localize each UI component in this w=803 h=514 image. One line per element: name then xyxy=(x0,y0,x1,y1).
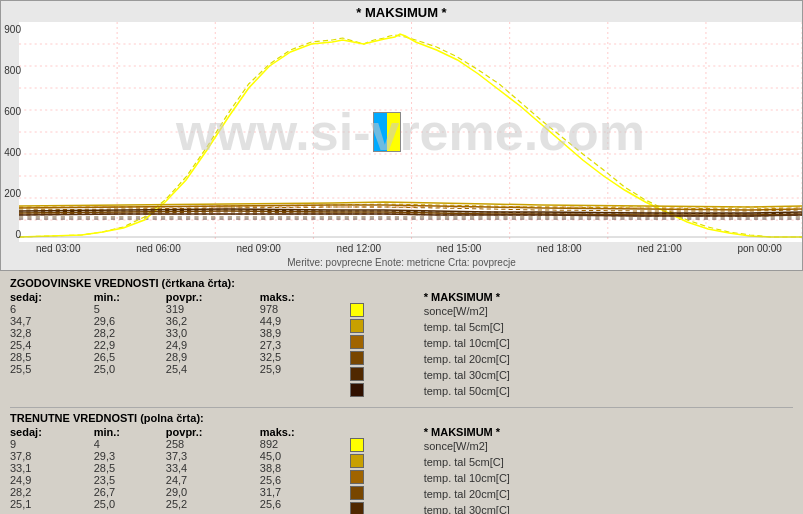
legend-row: temp. tal 10cm[C] xyxy=(350,470,793,486)
chart-wrapper: * MAKSIMUM * 900 800 600 400 200 0 www.s… xyxy=(0,0,803,271)
historic-table-container: sedaj: min.: povpr.: maks.: 6 5 319 978 … xyxy=(10,291,793,403)
table-row: 9 4 258 892 xyxy=(10,438,350,450)
table-row: 33,1 28,5 33,4 38,8 xyxy=(10,462,350,474)
table-row: 24,9 23,5 24,7 25,6 xyxy=(10,474,350,486)
legend-color-box xyxy=(350,367,364,381)
legend-row: temp. tal 30cm[C] xyxy=(350,502,793,514)
section-divider xyxy=(10,407,793,408)
legend-color-box xyxy=(350,502,364,514)
table-row: 32,8 28,2 33,0 38,9 xyxy=(10,327,350,339)
legend-color-box xyxy=(350,454,364,468)
current-table-container: sedaj: min.: povpr.: maks.: 9 4 258 892 … xyxy=(10,426,793,514)
x-axis: ned 03:00 ned 06:00 ned 09:00 ned 12:00 … xyxy=(1,242,802,255)
historic-section: ZGODOVINSKE VREDNOSTI (črtkana črta): se… xyxy=(10,277,793,403)
chart-title: * MAKSIMUM * xyxy=(1,1,802,22)
main-container: * MAKSIMUM * 900 800 600 400 200 0 www.s… xyxy=(0,0,803,514)
historic-right: * MAKSIMUM * sonce[W/m2] temp. tal 5cm[C… xyxy=(350,291,793,403)
table-row: 28,5 26,5 28,9 32,5 xyxy=(10,351,350,363)
historic-data-table: sedaj: min.: povpr.: maks.: 6 5 319 978 … xyxy=(10,291,350,375)
current-title: TRENUTNE VREDNOSTI (polna črta): xyxy=(10,412,793,424)
table-row: 25,5 25,0 25,4 25,9 xyxy=(10,363,350,375)
table-row: 6 5 319 978 xyxy=(10,303,350,315)
legend-color-box xyxy=(350,319,364,333)
y-axis: 900 800 600 400 200 0 xyxy=(3,22,21,242)
chart-sub-info: Meritve: povprecne Enote: metricne Crta:… xyxy=(1,255,802,270)
legend-color-box xyxy=(350,351,364,365)
chart-area: www.si-vreme.com xyxy=(19,22,802,242)
time-marker xyxy=(373,112,401,152)
table-row: 37,8 29,3 37,3 45,0 xyxy=(10,450,350,462)
legend-row: temp. tal 20cm[C] xyxy=(350,486,793,502)
legend-color-box xyxy=(350,470,364,484)
historic-legend-table: * MAKSIMUM * sonce[W/m2] temp. tal 5cm[C… xyxy=(350,291,793,399)
legend-color-box xyxy=(350,438,364,452)
historic-left: sedaj: min.: povpr.: maks.: 6 5 319 978 … xyxy=(10,291,350,403)
legend-row: temp. tal 10cm[C] xyxy=(350,335,793,351)
legend-color-box xyxy=(350,303,364,317)
legend-color-box xyxy=(350,486,364,500)
current-right: * MAKSIMUM * sonce[W/m2] temp. tal 5cm[C… xyxy=(350,426,793,514)
table-row: 25,1 25,0 25,2 25,6 xyxy=(10,498,350,510)
table-row: 34,7 29,6 36,2 44,9 xyxy=(10,315,350,327)
info-section: ZGODOVINSKE VREDNOSTI (črtkana črta): se… xyxy=(0,271,803,514)
legend-color-box xyxy=(350,335,364,349)
legend-row: sonce[W/m2] xyxy=(350,303,793,319)
legend-color-box xyxy=(350,383,364,397)
current-section: TRENUTNE VREDNOSTI (polna črta): sedaj: … xyxy=(10,412,793,514)
current-left: sedaj: min.: povpr.: maks.: 9 4 258 892 … xyxy=(10,426,350,514)
legend-row: temp. tal 20cm[C] xyxy=(350,351,793,367)
legend-row: temp. tal 5cm[C] xyxy=(350,454,793,470)
historic-title: ZGODOVINSKE VREDNOSTI (črtkana črta): xyxy=(10,277,793,289)
legend-row: temp. tal 50cm[C] xyxy=(350,383,793,399)
chart-svg xyxy=(19,22,802,242)
current-legend-table: * MAKSIMUM * sonce[W/m2] temp. tal 5cm[C… xyxy=(350,426,793,514)
legend-row: temp. tal 5cm[C] xyxy=(350,319,793,335)
table-row: 25,4 22,9 24,9 27,3 xyxy=(10,339,350,351)
legend-row: temp. tal 30cm[C] xyxy=(350,367,793,383)
table-row: 28,2 26,7 29,0 31,7 xyxy=(10,486,350,498)
current-data-table: sedaj: min.: povpr.: maks.: 9 4 258 892 … xyxy=(10,426,350,510)
legend-row: sonce[W/m2] xyxy=(350,438,793,454)
